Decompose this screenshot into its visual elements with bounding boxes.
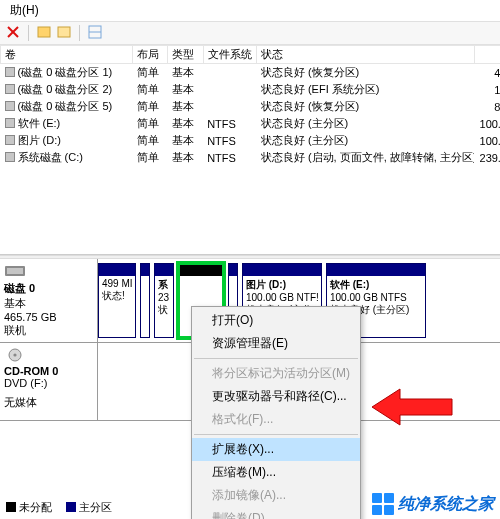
cell-layout: 简单 bbox=[133, 132, 168, 149]
cell-volume: 图片 (D:) bbox=[1, 132, 133, 149]
table-header-row: 卷 布局 类型 文件系统 状态 容量 可用空间 % 可月 bbox=[1, 46, 501, 64]
volume-table: 卷 布局 类型 文件系统 状态 容量 可用空间 % 可月 (磁盘 0 磁盘分区 … bbox=[0, 45, 500, 166]
svg-rect-3 bbox=[58, 27, 70, 37]
partition-size: 499 MI bbox=[102, 278, 132, 289]
disk-icon bbox=[4, 263, 26, 279]
context-menu: 打开(O) 资源管理器(E) 将分区标记为活动分区(M) 更改驱动器号和路径(C… bbox=[191, 306, 361, 519]
cell-capacity: 499 MB bbox=[474, 64, 500, 82]
col-layout[interactable]: 布局 bbox=[133, 46, 168, 64]
cell-status: 状态良好 (恢复分区) bbox=[257, 64, 474, 82]
cell-capacity: 100.00 GB bbox=[474, 115, 500, 132]
table-row[interactable]: (磁盘 0 磁盘分区 5)简单基本状态良好 (恢复分区)826 MB826 MB… bbox=[1, 98, 501, 115]
toolbar-btn-2[interactable] bbox=[57, 25, 71, 41]
ctx-extend-volume[interactable]: 扩展卷(X)... bbox=[192, 438, 360, 461]
watermark-icon bbox=[372, 493, 394, 515]
volume-icon bbox=[5, 101, 15, 111]
cell-layout: 简单 bbox=[133, 149, 168, 166]
toolbar-btn-1[interactable] bbox=[37, 25, 51, 41]
disk-state: 联机 bbox=[4, 323, 93, 338]
table-row[interactable]: (磁盘 0 磁盘分区 2)简单基本状态良好 (EFI 系统分区)100 MB10… bbox=[1, 81, 501, 98]
cell-status: 状态良好 (主分区) bbox=[257, 132, 474, 149]
cell-fs bbox=[203, 98, 257, 115]
table-row[interactable]: 图片 (D:)简单基本NTFS状态良好 (主分区)100.00 GB99.87 … bbox=[1, 132, 501, 149]
cell-layout: 简单 bbox=[133, 64, 168, 82]
table-row[interactable]: (磁盘 0 磁盘分区 1)简单基本状态良好 (恢复分区)499 MB499 MB… bbox=[1, 64, 501, 82]
ctx-shrink-volume[interactable]: 压缩卷(M)... bbox=[192, 461, 360, 484]
cell-fs bbox=[203, 64, 257, 82]
volume-icon bbox=[5, 135, 15, 145]
legend-unalloc: 未分配 bbox=[6, 500, 52, 515]
cell-status: 状态良好 (恢复分区) bbox=[257, 98, 474, 115]
disk-kind: 基本 bbox=[4, 296, 93, 311]
col-capacity[interactable]: 容量 bbox=[474, 46, 500, 64]
cell-fs: NTFS bbox=[203, 149, 257, 166]
col-volume[interactable]: 卷 bbox=[1, 46, 133, 64]
partition[interactable] bbox=[140, 263, 150, 338]
cell-volume: (磁盘 0 磁盘分区 1) bbox=[1, 64, 133, 82]
col-fs[interactable]: 文件系统 bbox=[203, 46, 257, 64]
disk-size: 465.75 GB bbox=[4, 311, 93, 323]
close-icon[interactable] bbox=[6, 25, 20, 41]
table-row[interactable]: 软件 (E:)简单基本NTFS状态良好 (主分区)100.00 GB96.99 … bbox=[1, 115, 501, 132]
cell-capacity: 826 MB bbox=[474, 98, 500, 115]
ctx-format: 格式化(F)... bbox=[192, 408, 360, 431]
watermark-text: 纯净系统之家 bbox=[398, 494, 494, 515]
cell-capacity: 239.67 GB bbox=[474, 149, 500, 166]
volume-icon bbox=[5, 152, 15, 162]
disk-label: CD-ROM 0 DVD (F:) 无媒体 bbox=[0, 343, 98, 420]
cell-fs: NTFS bbox=[203, 132, 257, 149]
partition[interactable]: 系23状 bbox=[154, 263, 174, 338]
cell-layout: 简单 bbox=[133, 81, 168, 98]
volume-icon bbox=[5, 118, 15, 128]
partition-title: 图片 (D:) bbox=[246, 278, 318, 292]
partition-size: 100.00 GB NTFS bbox=[330, 292, 422, 303]
menu-help[interactable]: 助(H) bbox=[6, 1, 43, 19]
volume-list-pane: 卷 布局 类型 文件系统 状态 容量 可用空间 % 可月 (磁盘 0 磁盘分区 … bbox=[0, 45, 500, 255]
table-row[interactable]: 系统磁盘 (C:)简单基本NTFS状态良好 (启动, 页面文件, 故障转储, 主… bbox=[1, 149, 501, 166]
disk-name: 磁盘 0 bbox=[4, 281, 93, 296]
ctx-open[interactable]: 打开(O) bbox=[192, 309, 360, 332]
cell-type: 基本 bbox=[168, 149, 203, 166]
cell-type: 基本 bbox=[168, 115, 203, 132]
ctx-mark-active: 将分区标记为活动分区(M) bbox=[192, 362, 360, 385]
callout-arrow-icon bbox=[372, 385, 454, 429]
col-status[interactable]: 状态 bbox=[257, 46, 474, 64]
cell-layout: 简单 bbox=[133, 115, 168, 132]
cell-capacity: 100.00 GB bbox=[474, 132, 500, 149]
volume-icon bbox=[5, 67, 15, 77]
cell-capacity: 100 MB bbox=[474, 81, 500, 98]
cell-volume: (磁盘 0 磁盘分区 5) bbox=[1, 98, 133, 115]
svg-marker-10 bbox=[372, 389, 452, 425]
legend-primary: 主分区 bbox=[66, 500, 112, 515]
cell-status: 状态良好 (主分区) bbox=[257, 115, 474, 132]
cell-layout: 简单 bbox=[133, 98, 168, 115]
disk-state: 无媒体 bbox=[4, 395, 93, 410]
ctx-explorer[interactable]: 资源管理器(E) bbox=[192, 332, 360, 355]
partition[interactable]: 499 MI状态! bbox=[98, 263, 136, 338]
disc-icon bbox=[4, 347, 26, 363]
disk-kind: DVD (F:) bbox=[4, 377, 93, 389]
partition-size: 23 bbox=[158, 292, 170, 303]
menu-bar: 助(H) bbox=[0, 0, 500, 21]
cell-type: 基本 bbox=[168, 64, 203, 82]
cell-status: 状态良好 (EFI 系统分区) bbox=[257, 81, 474, 98]
cell-fs bbox=[203, 81, 257, 98]
partition-status: 状态! bbox=[102, 289, 132, 303]
cell-volume: (磁盘 0 磁盘分区 2) bbox=[1, 81, 133, 98]
toolbar-btn-layout[interactable] bbox=[88, 25, 102, 41]
col-type[interactable]: 类型 bbox=[168, 46, 203, 64]
cell-type: 基本 bbox=[168, 81, 203, 98]
ctx-change-drive[interactable]: 更改驱动器号和路径(C)... bbox=[192, 385, 360, 408]
svg-point-9 bbox=[13, 353, 16, 356]
watermark: 纯净系统之家 bbox=[372, 493, 494, 515]
toolbar bbox=[0, 21, 500, 45]
ctx-delete-vol: 删除卷(D)... bbox=[192, 507, 360, 519]
volume-icon bbox=[5, 84, 15, 94]
partition-title: 系 bbox=[158, 278, 170, 292]
cell-volume: 系统磁盘 (C:) bbox=[1, 149, 133, 166]
partition-status: 状 bbox=[158, 303, 170, 317]
partition-title: 软件 (E:) bbox=[330, 278, 422, 292]
cell-type: 基本 bbox=[168, 132, 203, 149]
cell-type: 基本 bbox=[168, 98, 203, 115]
svg-rect-7 bbox=[7, 268, 23, 274]
